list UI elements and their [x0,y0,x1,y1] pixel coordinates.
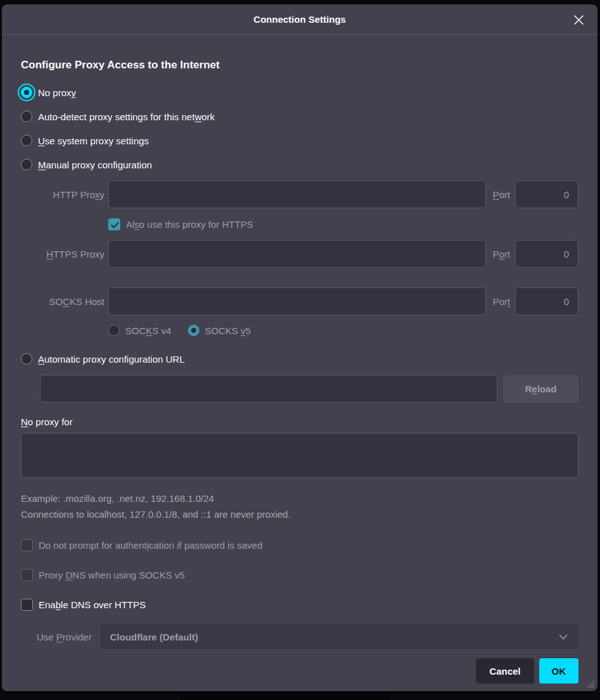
reload-button[interactable]: Reload [503,375,578,403]
checkbox-icon-also-https [108,218,120,230]
socks-port-label: Port [492,296,510,307]
doh-provider-value: Cloudflare (Default) [110,632,559,642]
radio-automatic-proxy-url[interactable]: Automatic proxy configuration URL [21,347,578,371]
radio-icon-socks-v5 [188,325,199,336]
radio-label: Auto-detect proxy settings for this netw… [38,111,215,122]
dialog-title: Connection Settings [254,14,346,25]
checkbox-label: Do not prompt for authentication if pass… [39,540,263,551]
radio-label: Automatic proxy configuration URL [38,354,185,365]
http-port-input[interactable] [515,180,578,208]
https-proxy-input[interactable] [108,240,486,268]
https-port-input[interactable] [515,240,578,268]
page-title: Configure Proxy Access to the Internet [21,59,578,72]
radio-icon-socks-v4 [108,325,120,336]
never-proxied-note: Connections to localhost, 127.0.0.1/8, a… [21,509,578,520]
http-proxy-label: HTTP Proxy [21,189,104,200]
radio-socks-v5[interactable]: SOCKS v5 [188,324,251,337]
use-provider-label: Use Provider [37,632,92,642]
https-proxy-row: HTTPS Proxy Port [21,240,578,268]
background-page-element [180,692,389,700]
also-https-checkbox-row[interactable]: Also use this proxy for HTTPS [108,218,578,230]
radio-no-proxy[interactable]: No proxy [21,80,578,104]
checkbox-enable-doh[interactable]: Enable DNS over HTTPS [21,598,578,611]
radio-icon-system-proxy [21,135,32,146]
radio-label: Use system proxy settings [38,135,149,146]
connection-settings-dialog: Connection Settings Configure Proxy Acce… [2,4,597,691]
radio-label: No proxy [38,87,76,98]
checkbox-proxy-dns-socks5[interactable]: Proxy DNS when using SOCKS v5 [21,568,578,581]
dialog-titlebar: Connection Settings [2,4,597,35]
radio-icon-no-proxy [21,87,32,98]
socks-port-input[interactable] [515,287,578,315]
no-proxy-for-label-row: No proxy for [21,416,578,428]
https-port-label: Port [492,249,510,259]
dialog-content: Configure Proxy Access to the Internet N… [2,35,597,691]
close-icon [573,15,584,25]
radio-manual-proxy[interactable]: Manual proxy configuration [21,153,578,177]
http-proxy-row: HTTP Proxy Port [21,180,578,208]
radio-icon-auto-detect [21,111,32,122]
doh-provider-row: Use Provider Cloudflare (Default) [21,623,578,650]
checkbox-no-auth-prompt[interactable]: Do not prompt for authentication if pass… [21,539,578,551]
checkbox-label: Enable DNS over HTTPS [39,599,146,610]
socks-version-group: SOCKS v4 SOCKS v5 [108,324,578,337]
checkbox-label: Proxy DNS when using SOCKS v5 [39,570,185,580]
checkbox-label: Also use this proxy for HTTPS [126,219,253,230]
https-proxy-label: HTTPS Proxy [21,249,104,259]
radio-icon-automatic-proxy [21,353,32,365]
http-port-label: Port [492,189,510,200]
no-proxy-for-label: No proxy for [21,416,73,427]
no-proxy-for-textarea[interactable] [21,433,578,478]
checkbox-icon-proxy-dns [21,569,33,581]
radio-auto-detect-proxy[interactable]: Auto-detect proxy settings for this netw… [21,104,578,128]
no-proxy-example-text: Example: .mozilla.org, .net.nz, 192.168.… [21,493,578,504]
automatic-proxy-url-input[interactable] [40,375,497,403]
radio-system-proxy[interactable]: Use system proxy settings [21,128,578,153]
radio-icon-manual-proxy [21,159,32,170]
socks-host-label: SOCKS Host [21,296,104,307]
checkbox-icon-no-auth-prompt [21,539,33,551]
cancel-button[interactable]: Cancel [476,658,534,684]
doh-provider-select[interactable]: Cloudflare (Default) [99,623,578,650]
checkbox-icon-enable-doh [21,599,33,611]
resize-grip-icon[interactable] [587,680,595,689]
automatic-url-row: Reload [40,375,578,403]
socks-host-input[interactable] [108,287,486,315]
dialog-footer: Cancel OK [21,658,578,684]
socks-host-row: SOCKS Host Port [21,287,578,315]
radio-label: SOCKS v5 [205,325,251,336]
radio-label: SOCKS v4 [125,325,172,336]
http-proxy-input[interactable] [108,180,486,208]
radio-socks-v4[interactable]: SOCKS v4 [108,324,172,337]
chevron-down-icon [559,634,568,640]
close-button[interactable] [571,12,586,27]
ok-button[interactable]: OK [539,658,579,684]
radio-label: Manual proxy configuration [38,159,152,170]
